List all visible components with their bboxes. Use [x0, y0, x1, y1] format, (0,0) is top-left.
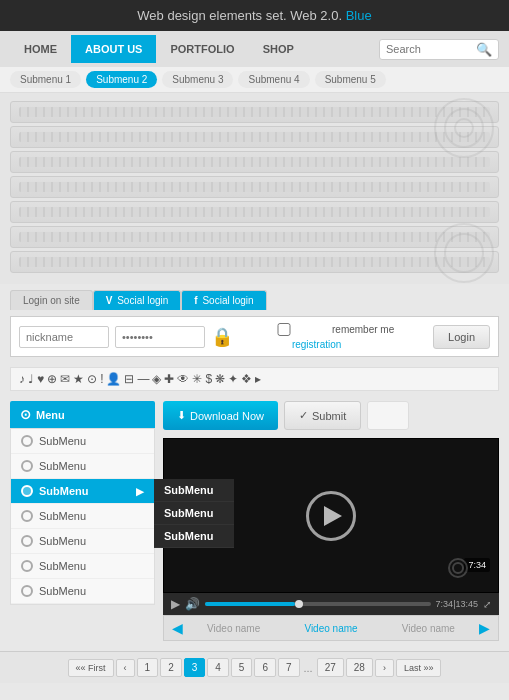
- title-bar: Web design elements set. Web 2.0. Blue: [0, 0, 509, 31]
- video-next-btn[interactable]: ▶: [479, 620, 490, 636]
- video-prev-btn[interactable]: ◀: [172, 620, 183, 636]
- empty-button[interactable]: [367, 401, 409, 430]
- login-tab-social1[interactable]: V Social login: [93, 290, 182, 310]
- menu-label-1: SubMenu: [39, 435, 86, 447]
- download-button[interactable]: ⬇ Download Now: [163, 401, 278, 430]
- fullscreen-btn[interactable]: ⤢: [483, 599, 491, 610]
- sub-item-2[interactable]: SubMenu: [154, 502, 234, 525]
- page-28[interactable]: 28: [346, 658, 373, 677]
- remember-me-section: remember me registration: [239, 323, 394, 350]
- menu-header: ⊙ Menu: [10, 401, 155, 428]
- nav-home[interactable]: HOME: [10, 35, 71, 63]
- toolbar-icon-2[interactable]: ♩: [28, 372, 34, 386]
- page-2[interactable]: 2: [160, 658, 182, 677]
- login-tabs: Login on site V Social login f Social lo…: [10, 290, 499, 310]
- toolbar-icon-19[interactable]: ❖: [241, 372, 252, 386]
- sub-item-1[interactable]: SubMenu: [154, 479, 234, 502]
- video-name-1[interactable]: Video name: [187, 623, 280, 634]
- nav-about[interactable]: ABOUT US: [71, 35, 156, 63]
- progress-bar[interactable]: [205, 602, 431, 606]
- remember-label: remember me: [332, 324, 394, 335]
- sub-item-3[interactable]: SubMenu: [154, 525, 234, 548]
- page-first[interactable]: «« First: [68, 659, 114, 677]
- video-name-3[interactable]: Video name: [382, 623, 475, 634]
- main-content: ⊙ Menu SubMenu SubMenu SubMenu ▶ SubMenu…: [0, 395, 509, 647]
- menu-bullet-1: [21, 435, 33, 447]
- video-nav: ◀ Video name Video name Video name ▶: [163, 615, 499, 641]
- video-watermark: [448, 558, 468, 578]
- menu-label-6: SubMenu: [39, 560, 86, 572]
- toolbar-icon-4[interactable]: ⊕: [47, 372, 57, 386]
- toolbar-icon-9[interactable]: 👤: [106, 372, 121, 386]
- deco-circle-5: [444, 233, 484, 273]
- submenu-1[interactable]: Submenu 1: [10, 71, 81, 88]
- toolbar-icon-17[interactable]: ❋: [215, 372, 225, 386]
- menu-item-6[interactable]: SubMenu: [11, 554, 154, 579]
- submenu-2[interactable]: Submenu 2: [86, 71, 157, 88]
- toolbar-icon-6[interactable]: ★: [73, 372, 84, 386]
- menu-item-5[interactable]: SubMenu: [11, 529, 154, 554]
- submit-button[interactable]: ✓ Submit: [284, 401, 361, 430]
- menu-bullet-6: [21, 560, 33, 572]
- progress-handle[interactable]: [295, 600, 303, 608]
- search-icon[interactable]: 🔍: [476, 42, 492, 57]
- menu-item-1[interactable]: SubMenu: [11, 429, 154, 454]
- registration-link[interactable]: registration: [292, 339, 341, 350]
- slider-row-5: [10, 201, 499, 223]
- toolbar-icon-3[interactable]: ♥: [37, 372, 44, 386]
- toolbar-icon-5[interactable]: ✉: [60, 372, 70, 386]
- toolbar-icon-14[interactable]: 👁: [177, 372, 189, 386]
- login-tab-social2[interactable]: f Social login: [181, 290, 266, 310]
- toolbar-icon-12[interactable]: ◈: [152, 372, 161, 386]
- video-time-badge: 7:34: [464, 558, 490, 572]
- toolbar-icon-18[interactable]: ✦: [228, 372, 238, 386]
- page-6[interactable]: 6: [254, 658, 276, 677]
- login-button[interactable]: Login: [433, 325, 490, 349]
- page-1[interactable]: 1: [137, 658, 159, 677]
- nickname-input[interactable]: [19, 326, 109, 348]
- toolbar-icon-7[interactable]: ⊙: [87, 372, 97, 386]
- page-4[interactable]: 4: [207, 658, 229, 677]
- toolbar-icon-16[interactable]: $: [205, 372, 212, 386]
- play-triangle: [324, 506, 342, 526]
- download-icon: ⬇: [177, 409, 186, 422]
- page-3[interactable]: 3: [184, 658, 206, 677]
- login-section: Login on site V Social login f Social lo…: [0, 284, 509, 363]
- menu-item-7[interactable]: SubMenu: [11, 579, 154, 604]
- page-last[interactable]: Last »»: [396, 659, 442, 677]
- toolbar-icon-1[interactable]: ♪: [19, 372, 25, 386]
- toolbar-icon-20[interactable]: ▸: [255, 372, 261, 386]
- search-input[interactable]: [386, 43, 476, 55]
- submenu-3[interactable]: Submenu 3: [162, 71, 233, 88]
- page-5[interactable]: 5: [231, 658, 253, 677]
- toolbar-icon-10[interactable]: ⊟: [124, 372, 134, 386]
- toolbar-icon-8[interactable]: !: [100, 372, 103, 386]
- video-name-2[interactable]: Video name: [284, 623, 377, 634]
- page-prev[interactable]: ‹: [116, 659, 135, 677]
- menu-item-3[interactable]: SubMenu ▶ SubMenu SubMenu SubMenu: [11, 479, 154, 504]
- password-input[interactable]: [115, 326, 205, 348]
- play-button[interactable]: [306, 491, 356, 541]
- volume-btn[interactable]: 🔊: [185, 597, 200, 611]
- toolbar-icon-13[interactable]: ✚: [164, 372, 174, 386]
- submenu-4[interactable]: Submenu 4: [238, 71, 309, 88]
- menu-item-2[interactable]: SubMenu: [11, 454, 154, 479]
- page-27[interactable]: 27: [317, 658, 344, 677]
- nav-shop[interactable]: SHOP: [249, 35, 308, 63]
- remember-checkbox[interactable]: [239, 323, 329, 336]
- play-pause-btn[interactable]: ▶: [171, 597, 180, 611]
- nav-portfolio[interactable]: PORTFOLIO: [156, 35, 248, 63]
- page-next[interactable]: ›: [375, 659, 394, 677]
- submenu-5[interactable]: Submenu 5: [315, 71, 386, 88]
- page-7[interactable]: 7: [278, 658, 300, 677]
- page-dots: ...: [302, 662, 315, 674]
- toolbar-icon-15[interactable]: ✳: [192, 372, 202, 386]
- video-time-display: 7:34|13:45: [436, 599, 478, 609]
- login-tab-site[interactable]: Login on site: [10, 290, 93, 310]
- menu-label-2: SubMenu: [39, 460, 86, 472]
- slider-row-7: [10, 251, 499, 273]
- toolbar-icon-11[interactable]: —: [137, 372, 149, 386]
- icon-toolbar: ♪ ♩ ♥ ⊕ ✉ ★ ⊙ ! 👤 ⊟ — ◈ ✚ 👁 ✳ $ ❋ ✦ ❖ ▸: [10, 367, 499, 391]
- nav-bar: HOME ABOUT US PORTFOLIO SHOP 🔍: [0, 31, 509, 67]
- menu-item-4[interactable]: SubMenu: [11, 504, 154, 529]
